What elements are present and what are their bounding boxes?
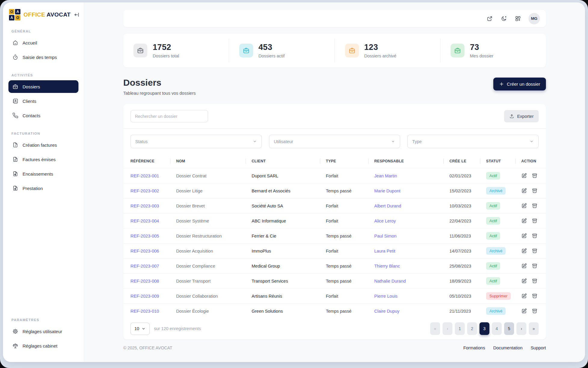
archive-icon[interactable]: [532, 263, 537, 269]
prev-page-button[interactable]: ‹: [443, 322, 452, 335]
file-euro-icon: [12, 185, 18, 191]
sidebar-item-clients[interactable]: Clients: [8, 95, 78, 107]
footer-link-support[interactable]: Support: [531, 345, 546, 350]
next-page-button[interactable]: ›: [516, 322, 526, 335]
search-input[interactable]: [130, 110, 208, 122]
brand-name: OFFICE AVOCAT: [23, 11, 71, 18]
dossier-reference-link[interactable]: REF-2023-009: [130, 294, 176, 299]
create-dossier-button[interactable]: Créer un dossier: [493, 78, 546, 90]
dossier-responsable-link[interactable]: Marie Dupont: [374, 189, 449, 193]
page-button-3[interactable]: 3: [479, 322, 489, 335]
edit-icon[interactable]: [521, 218, 527, 224]
dossier-reference-link[interactable]: REF-2023-007: [130, 264, 176, 268]
page-size-select[interactable]: 10: [130, 323, 150, 335]
table-row: REF-2023-008 Dossier Transport Transport…: [123, 273, 546, 288]
archive-icon[interactable]: [532, 308, 537, 314]
dossier-date: 25/08/2023: [449, 264, 486, 268]
stat-label: Mes dossier: [470, 54, 493, 58]
desktop-background: O A A O OFFICE AVOCAT GÉNÉRAL Accueil Sa…: [0, 0, 588, 368]
edit-icon[interactable]: [521, 308, 527, 314]
dark-mode-moon-icon[interactable]: [501, 16, 507, 22]
archive-icon[interactable]: [532, 203, 537, 209]
dossier-responsable-link[interactable]: Paul Simon: [374, 234, 449, 238]
sidebar-item-reglages-cabinet[interactable]: Réglages cabinet: [8, 339, 78, 352]
archive-icon[interactable]: [532, 218, 537, 224]
dossier-nom: Dossier Collaboration: [176, 294, 252, 299]
edit-icon[interactable]: [521, 188, 527, 194]
external-link-icon[interactable]: [487, 16, 493, 22]
sidebar-item-label: Encaissements: [23, 171, 53, 176]
sidebar-item-creation-factures[interactable]: Création factures: [8, 139, 78, 151]
edit-icon[interactable]: [521, 233, 527, 239]
dossier-client: Bernard et Associés: [252, 189, 326, 193]
sidebar-item-factures-emises[interactable]: Factures émises: [8, 153, 78, 166]
footer-link-documentation[interactable]: Documentation: [493, 345, 523, 350]
dossier-responsable-link[interactable]: Thierry Blanc: [374, 264, 449, 268]
edit-icon[interactable]: [521, 263, 527, 269]
sidebar-item-label: Réglages utilisateur: [23, 329, 62, 334]
edit-icon[interactable]: [521, 278, 527, 284]
phone-icon: [12, 112, 18, 118]
dossier-responsable-link[interactable]: Laura Petit: [374, 249, 449, 253]
dossier-reference-link[interactable]: REF-2023-004: [130, 219, 176, 223]
edit-icon[interactable]: [521, 203, 527, 209]
sidebar-item-encaissements[interactable]: Encaissements: [8, 167, 78, 180]
column-header: RESPONSABLE: [374, 159, 449, 163]
sidebar-item-contacts[interactable]: Contacts: [8, 109, 78, 122]
edit-icon[interactable]: [521, 173, 527, 179]
user-avatar[interactable]: MG: [528, 13, 540, 24]
apps-add-icon[interactable]: [515, 16, 521, 22]
page-button-4[interactable]: 4: [492, 322, 502, 335]
dossier-type: Forfait: [326, 173, 374, 178]
dossier-date: 11/06/2023: [449, 234, 486, 238]
edit-icon[interactable]: [521, 293, 527, 299]
sidebar-item-label: Saisie des temps: [23, 55, 57, 60]
sidebar-item-reglages-utilisateur[interactable]: Réglages utilisateur: [8, 325, 78, 338]
archive-icon[interactable]: [532, 188, 537, 194]
dossier-responsable-link[interactable]: Pierre Louis: [374, 294, 449, 299]
page-button-5[interactable]: 5: [504, 322, 514, 335]
stat-label: Dossiers actif: [259, 54, 285, 58]
page-button-2[interactable]: 2: [467, 322, 477, 335]
sidebar-item-dossiers[interactable]: Dossiers: [8, 80, 78, 93]
dossier-responsable-link[interactable]: Albert Durand: [374, 204, 449, 208]
first-page-button[interactable]: «: [430, 322, 440, 335]
archive-icon[interactable]: [532, 278, 537, 284]
sidebar-section-general: GÉNÉRAL: [11, 29, 75, 33]
export-button[interactable]: Exporter: [504, 110, 539, 122]
last-page-button[interactable]: »: [529, 322, 539, 335]
dossier-reference-link[interactable]: REF-2023-003: [130, 204, 176, 208]
dossier-reference-link[interactable]: REF-2023-001: [130, 173, 176, 178]
dossier-responsable-link[interactable]: Jean Martin: [374, 173, 449, 178]
archive-icon[interactable]: [532, 173, 537, 179]
edit-icon[interactable]: [521, 248, 527, 254]
archive-icon[interactable]: [532, 293, 537, 299]
dossier-type: Temps passé: [326, 309, 374, 314]
dossier-responsable-link[interactable]: Claire Dupuy: [374, 309, 449, 314]
dossier-nom: Dossier Transport: [176, 279, 252, 284]
archive-icon[interactable]: [532, 233, 537, 239]
filter-utilisateur-select[interactable]: Utilisateur: [269, 135, 400, 148]
filter-type-select[interactable]: Type: [407, 135, 539, 148]
sidebar-collapse-icon[interactable]: [74, 12, 80, 18]
sidebar-item-prestation[interactable]: Prestation: [8, 182, 78, 195]
column-header: NOM: [176, 159, 252, 163]
dossier-type: Temps passé: [326, 279, 374, 284]
dossier-nom: Dossier Brevet: [176, 204, 252, 208]
dossier-reference-link[interactable]: REF-2023-005: [130, 234, 176, 238]
page-button-1[interactable]: 1: [455, 322, 465, 335]
archive-icon[interactable]: [532, 248, 537, 254]
dossier-reference-link[interactable]: REF-2023-006: [130, 249, 176, 253]
dossier-reference-link[interactable]: REF-2023-008: [130, 279, 176, 284]
dossier-responsable-link[interactable]: Nathalie Durand: [374, 279, 449, 284]
footer-link-formations[interactable]: Formations: [463, 345, 485, 350]
sidebar-item-accueil[interactable]: Accueil: [8, 36, 78, 49]
dossier-reference-link[interactable]: REF-2023-010: [130, 309, 176, 314]
dossier-responsable-link[interactable]: Alice Leroy: [374, 219, 449, 223]
logo-letter: O: [9, 9, 14, 14]
dossier-reference-link[interactable]: REF-2023-002: [130, 189, 176, 193]
filter-status-select[interactable]: Status: [130, 135, 262, 148]
page-subtitle: Tableau regroupant tous vos dossiers: [123, 91, 196, 96]
brand-header: O A A O OFFICE AVOCAT: [8, 9, 79, 20]
sidebar-item-saisie-des-temps[interactable]: Saisie des temps: [8, 51, 78, 63]
